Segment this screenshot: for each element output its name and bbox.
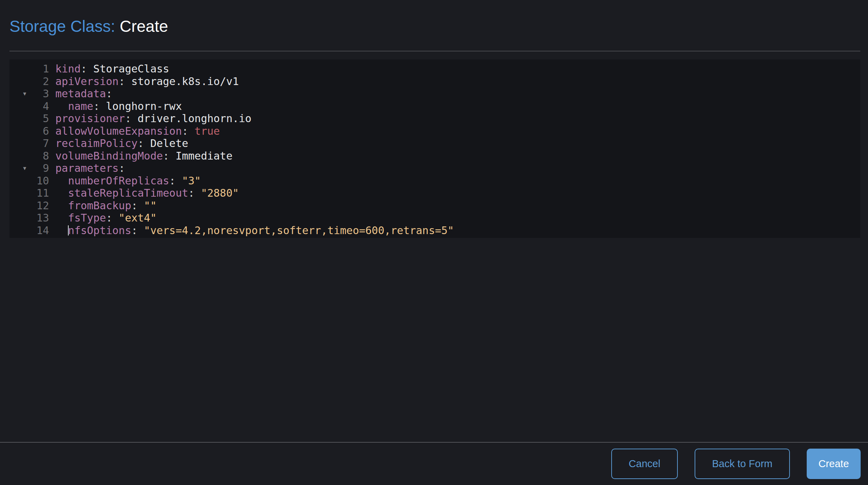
footer-actions: Cancel Back to Form Create <box>0 442 868 485</box>
code-token-punc: : <box>182 125 188 137</box>
line-number: 7 <box>9 137 49 150</box>
code-token-str: "vers=4.2,noresvport,softerr,timeo=600,r… <box>138 224 454 237</box>
code-token-punc: : <box>119 162 125 174</box>
code-text: name: longhorn-rwx <box>49 100 182 112</box>
code-token-val <box>55 187 68 199</box>
code-line: 1kind: StorageClass <box>9 63 860 75</box>
code-line: 6allowVolumeExpansion: true <box>9 125 860 138</box>
code-token-key: parameters <box>55 162 119 174</box>
code-token-val: driver.longhorn.io <box>131 112 252 125</box>
line-number: 6 <box>9 125 49 138</box>
code-token-punc: : <box>125 112 131 125</box>
code-token-punc: : <box>106 87 112 100</box>
code-text: nfsOptions: "vers=4.2,noresvport,softerr… <box>49 224 454 237</box>
code-text: volumeBindingMode: Immediate <box>49 150 233 162</box>
line-number: 12 <box>9 199 49 212</box>
code-token-punc: : <box>169 175 175 187</box>
fold-arrow-icon[interactable]: ▼ <box>22 162 27 175</box>
code-line: 2apiVersion: storage.k8s.io/v1 <box>9 75 860 88</box>
code-token-key: apiVersion <box>55 75 119 87</box>
code-line: 11 staleReplicaTimeout: "2880" <box>9 187 860 199</box>
code-token-key: name <box>68 100 93 112</box>
code-token-key: nfsOptions <box>68 224 131 237</box>
code-token-str: "ext4" <box>112 212 157 224</box>
line-number: 13 <box>9 212 49 224</box>
line-number: 1 <box>9 63 49 75</box>
code-line: 5provisioner: driver.longhorn.io <box>9 112 860 125</box>
code-text: parameters: <box>49 162 125 174</box>
title-resource: Storage Class: <box>9 17 115 35</box>
page-title: Storage Class:Create <box>9 16 859 36</box>
code-text: fromBackup: "" <box>49 199 157 212</box>
cancel-button[interactable]: Cancel <box>611 449 678 479</box>
title-action: Create <box>120 17 168 35</box>
code-text: staleReplicaTimeout: "2880" <box>49 187 239 199</box>
line-number: 11 <box>9 187 49 199</box>
code-token-val <box>55 100 68 112</box>
back-to-form-button[interactable]: Back to Form <box>695 449 790 479</box>
line-number: 14 <box>9 224 49 237</box>
code-line: ▼3metadata: <box>9 87 860 100</box>
line-number: 8 <box>9 150 49 162</box>
code-text: reclaimPolicy: Delete <box>49 137 188 149</box>
code-token-punc: : <box>131 199 138 212</box>
code-text: fsType: "ext4" <box>49 212 157 224</box>
code-line: 12 fromBackup: "" <box>9 199 860 212</box>
code-token-punc: : <box>119 75 125 87</box>
code-token-val: storage.k8s.io/v1 <box>125 75 239 87</box>
line-number: 5 <box>9 112 49 125</box>
code-line: 7reclaimPolicy: Delete <box>9 137 860 150</box>
code-token-key: metadata <box>55 87 106 100</box>
code-token-punc: : <box>81 63 87 75</box>
code-line: ▼9parameters: <box>9 162 860 175</box>
code-token-atom: true <box>188 125 220 137</box>
line-number: 10 <box>9 175 49 187</box>
code-token-str: "3" <box>175 175 201 187</box>
text-cursor <box>68 225 69 236</box>
code-token-key: numberOfReplicas <box>68 175 169 187</box>
code-token-val <box>55 175 68 187</box>
code-token-val <box>55 224 68 237</box>
line-number: 2 <box>9 75 49 88</box>
code-token-val <box>55 212 68 224</box>
code-token-punc: : <box>131 224 138 237</box>
code-token-punc: : <box>106 212 112 224</box>
line-number: 9 <box>9 162 49 175</box>
code-text: apiVersion: storage.k8s.io/v1 <box>49 75 239 87</box>
code-text: kind: StorageClass <box>49 63 169 75</box>
code-line: 10 numberOfReplicas: "3" <box>9 175 860 187</box>
code-token-key: reclaimPolicy <box>55 137 138 149</box>
code-token-val: Delete <box>144 137 188 149</box>
code-token-val: longhorn-rwx <box>99 100 182 112</box>
code-token-key: volumeBindingMode <box>55 150 163 162</box>
header-divider <box>9 51 860 51</box>
line-number: 3 <box>9 87 49 100</box>
code-token-punc: : <box>93 100 99 112</box>
create-button[interactable]: Create <box>807 449 861 479</box>
code-token-key: kind <box>55 63 81 75</box>
yaml-editor[interactable]: 1kind: StorageClass2apiVersion: storage.… <box>9 59 860 238</box>
code-line: 14 nfsOptions: "vers=4.2,noresvport,soft… <box>9 224 860 237</box>
code-token-punc: : <box>163 150 169 162</box>
code-text: metadata: <box>49 87 112 100</box>
code-token-key: provisioner <box>55 112 125 125</box>
code-token-val: StorageClass <box>87 63 169 75</box>
code-token-str: "2880" <box>194 187 239 199</box>
code-token-punc: : <box>188 187 194 199</box>
code-token-val: Immediate <box>169 150 233 162</box>
code-token-str: "" <box>138 199 157 212</box>
code-token-key: staleReplicaTimeout <box>68 187 188 199</box>
code-text: allowVolumeExpansion: true <box>49 125 220 137</box>
code-token-key: fsType <box>68 212 106 224</box>
code-token-punc: : <box>138 137 144 149</box>
code-text: provisioner: driver.longhorn.io <box>49 112 252 125</box>
code-token-key: allowVolumeExpansion <box>55 125 182 137</box>
fold-arrow-icon[interactable]: ▼ <box>22 87 27 100</box>
code-text: numberOfReplicas: "3" <box>49 175 201 187</box>
code-line: 8volumeBindingMode: Immediate <box>9 150 860 162</box>
code-token-key: fromBackup <box>68 199 131 212</box>
code-token-val <box>55 199 68 212</box>
page-header: Storage Class:Create <box>0 0 868 36</box>
code-line: 13 fsType: "ext4" <box>9 212 860 224</box>
code-line: 4 name: longhorn-rwx <box>9 100 860 113</box>
